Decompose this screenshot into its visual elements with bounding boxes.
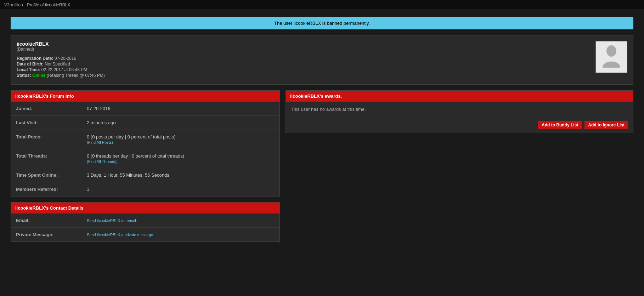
status-field-label: Status: <box>17 73 31 78</box>
table-row: Time Spent Online: 3 Days, 1 Hour, 55 Mi… <box>11 168 279 182</box>
left-column: iicookieRBLX's Forum Info Joined: 07-20-… <box>11 90 280 247</box>
local-time-label: Local Time: <box>17 67 40 72</box>
table-row: Joined: 07-20-2016 <box>11 102 279 116</box>
email-label: Email: <box>11 214 82 228</box>
registration-date-value: 07-20-2016 <box>55 56 76 61</box>
add-to-ignore-list-button[interactable]: Add to Ignore List <box>584 121 628 129</box>
avatar-silhouette <box>601 45 622 69</box>
top-bar: V3rmillion Profile of iicookieRBLX <box>0 0 644 10</box>
dob-value: Not Specified <box>45 62 70 67</box>
pm-label: Private Message: <box>11 228 82 242</box>
find-all-posts-link[interactable]: (Find All Posts) <box>87 140 113 144</box>
profile-info: iicookieRBLX (Banned) Registration Date:… <box>17 41 105 79</box>
contact-details-table: Email: Send iicookieRBLX an email. Priva… <box>11 214 279 241</box>
avatar <box>595 41 627 73</box>
table-row: Private Message: Send iicookieRBLX a pri… <box>11 228 279 242</box>
site-name: V3rmillion <box>4 2 23 7</box>
send-email-link[interactable]: Send iicookieRBLX an email. <box>87 218 137 223</box>
last-visit-value: 2 minutes ago <box>82 116 279 130</box>
joined-label: Joined: <box>11 102 82 116</box>
local-time-value: 02-22-2017 at 06:48 PM <box>41 67 87 72</box>
main-content: The user iicookieRBLX is banned permanen… <box>0 10 644 255</box>
members-referred-value: 1 <box>82 182 279 197</box>
forum-info-table: Joined: 07-20-2016 Last Visit: 2 minutes… <box>11 102 279 196</box>
status-detail: (Reading Thread @ 07:46 PM) <box>47 73 105 78</box>
awards-header: iicookieRBLX's awards. <box>286 91 633 102</box>
status-row: Status: Online (Reading Thread @ 07:46 P… <box>17 73 105 78</box>
total-threads-value: 0 (0 threads per day | 0 percent of tota… <box>82 149 279 168</box>
table-row: Total Threads: 0 (0 threads per day | 0 … <box>11 149 279 168</box>
joined-value: 07-20-2016 <box>82 102 279 116</box>
time-online-label: Time Spent Online: <box>11 168 82 182</box>
contact-details-section: iicookieRBLX's Contact Details Email: Se… <box>11 202 280 242</box>
total-posts-value: 0 (0 posts per day | 0 percent of total … <box>82 130 279 149</box>
total-threads-label: Total Threads: <box>11 149 82 168</box>
banned-label: (Banned) <box>17 47 105 52</box>
awards-body: This user has no awards at this time. <box>286 102 633 117</box>
two-col-layout: iicookieRBLX's Forum Info Joined: 07-20-… <box>11 90 633 247</box>
last-visit-label: Last Visit: <box>11 116 82 130</box>
table-row: Total Posts: 0 (0 posts per day | 0 perc… <box>11 130 279 149</box>
action-buttons: Add to Buddy List Add to Ignore List <box>286 117 633 133</box>
username: iicookieRBLX <box>17 41 105 47</box>
awards-section: iicookieRBLX's awards. This user has no … <box>286 90 633 133</box>
forum-info-header: iicookieRBLX's Forum Info <box>11 91 279 102</box>
table-row: Last Visit: 2 minutes ago <box>11 116 279 130</box>
right-column: iicookieRBLX's awards. This user has no … <box>286 90 633 247</box>
profile-card: iicookieRBLX (Banned) Registration Date:… <box>11 35 633 85</box>
send-pm-link[interactable]: Send iicookieRBLX a private message. <box>87 233 154 237</box>
members-referred-label: Members Referred: <box>11 182 82 197</box>
time-online-value: 3 Days, 1 Hour, 55 Minutes, 56 Seconds <box>82 168 279 182</box>
forum-info-section: iicookieRBLX's Forum Info Joined: 07-20-… <box>11 90 280 197</box>
registration-date-label: Registration Date: <box>17 56 53 61</box>
contact-details-header: iicookieRBLX's Contact Details <box>11 203 279 214</box>
email-value: Send iicookieRBLX an email. <box>82 214 279 228</box>
dob-row: Date of Birth: Not Specified <box>17 62 105 67</box>
local-time-row: Local Time: 02-22-2017 at 06:48 PM <box>17 67 105 72</box>
dob-label: Date of Birth: <box>17 62 44 67</box>
page-subtitle: Profile of iicookieRBLX <box>27 2 70 7</box>
find-all-threads-link[interactable]: (Find All Threads) <box>87 159 118 164</box>
table-row: Email: Send iicookieRBLX an email. <box>11 214 279 228</box>
add-to-buddy-list-button[interactable]: Add to Buddy List <box>538 121 582 129</box>
table-row: Members Referred: 1 <box>11 182 279 197</box>
registration-date-row: Registration Date: 07-20-2016 <box>17 56 105 61</box>
ban-notice: The user iicookieRBLX is banned permanen… <box>11 17 633 29</box>
status-online: Online <box>32 73 45 78</box>
pm-value: Send iicookieRBLX a private message. <box>82 228 279 242</box>
total-posts-label: Total Posts: <box>11 130 82 149</box>
svg-point-0 <box>606 45 616 57</box>
